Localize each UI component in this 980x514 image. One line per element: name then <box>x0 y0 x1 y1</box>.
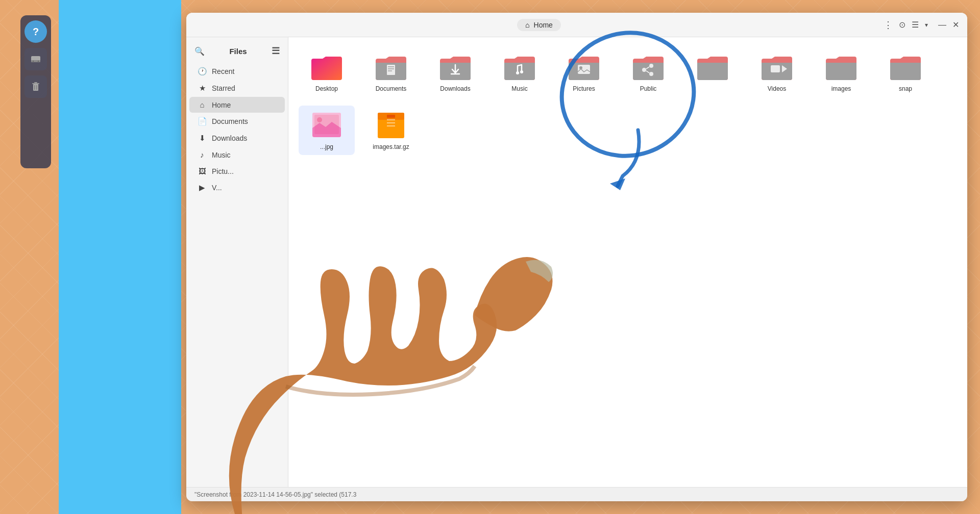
images-label: images <box>831 85 851 93</box>
file-item-snap[interactable]: snap <box>877 47 934 97</box>
svg-point-2 <box>33 61 34 62</box>
home-nav-icon: ⌂ <box>198 100 207 109</box>
location-text: Home <box>534 21 553 29</box>
videos-label: Videos <box>768 85 786 93</box>
snap-folder-icon <box>887 52 924 82</box>
camera-icon[interactable]: ⊙ <box>899 20 905 30</box>
templates-folder-icon <box>694 52 731 82</box>
file-item-downloads[interactable]: Downloads <box>427 47 483 97</box>
more-options-icon[interactable]: ⋮ <box>884 19 893 31</box>
svg-point-18 <box>642 68 646 72</box>
sidebar-item-music[interactable]: ♪ Music <box>189 147 285 163</box>
file-grid: Desktop <box>299 47 957 155</box>
file-item-images-tar[interactable]: images.tar.gz <box>363 106 419 156</box>
file-item-desktop[interactable]: Desktop <box>299 47 355 97</box>
videos-folder-icon <box>758 52 795 82</box>
sidebar-item-music-label: Music <box>212 151 231 159</box>
music-icon: ♪ <box>198 150 207 159</box>
location-bar[interactable]: ⌂ Home <box>517 19 561 31</box>
public-folder-icon <box>630 52 667 82</box>
screenshot-label: ...jpg <box>320 143 333 151</box>
file-item-music[interactable]: Music <box>492 47 548 97</box>
taskbar: ? <box>20 15 51 168</box>
svg-rect-6 <box>34 82 37 83</box>
images-folder-icon <box>823 52 860 82</box>
images-tar-label: images.tar.gz <box>373 143 409 151</box>
recent-icon: 🕐 <box>198 67 207 76</box>
svg-point-3 <box>38 61 39 62</box>
title-bar: ⌂ Home ⋮ ⊙ ☰ ▾ — ✕ <box>186 13 967 37</box>
sidebar-title: Files <box>205 47 272 56</box>
status-text: "Screenshot from 2023-11-14 14-56-05.jpg… <box>194 491 356 498</box>
sidebar: 🔍 Files ☰ 🕐 Recent ★ Starred ⌂ Home <box>186 37 288 487</box>
file-item-images[interactable]: images <box>813 47 869 97</box>
minimize-button[interactable]: — <box>938 20 946 30</box>
file-item-screenshot[interactable]: ...jpg <box>299 106 355 156</box>
sidebar-item-documents-label: Documents <box>212 117 248 125</box>
svg-rect-23 <box>771 65 780 72</box>
archive-file-icon <box>373 110 409 140</box>
snap-label: snap <box>899 85 912 93</box>
svg-rect-1 <box>31 60 40 62</box>
svg-point-15 <box>520 70 523 73</box>
sidebar-item-home-label: Home <box>212 101 231 109</box>
starred-icon: ★ <box>198 84 207 93</box>
sidebar-item-pictures[interactable]: 🖼 Pictu... <box>189 163 285 179</box>
sidebar-item-starred-label: Starred <box>212 84 235 92</box>
documents-label: Documents <box>376 85 407 93</box>
sidebar-item-videos[interactable]: ▶ V... <box>189 179 285 196</box>
sidebar-item-recent[interactable]: 🕐 Recent <box>189 63 285 80</box>
downloads-icon: ⬇ <box>198 134 207 143</box>
file-item-pictures[interactable]: Pictures <box>556 47 612 97</box>
file-area: Desktop <box>288 37 967 487</box>
pictures-label: Pictures <box>573 85 595 93</box>
sidebar-header: 🔍 Files ☰ <box>186 43 288 63</box>
screenshot-file-icon <box>308 110 345 140</box>
content-area: 🔍 Files ☰ 🕐 Recent ★ Starred ⌂ Home <box>186 37 967 487</box>
close-button[interactable]: ✕ <box>952 20 959 30</box>
pictures-folder-icon <box>566 52 602 82</box>
sidebar-item-pictures-label: Pictu... <box>212 167 234 175</box>
status-bar: "Screenshot from 2023-11-14 14-56-05.jpg… <box>186 487 967 501</box>
svg-rect-9 <box>387 65 395 75</box>
desktop-folder-icon <box>308 52 345 82</box>
question-button[interactable]: ? <box>24 20 47 43</box>
svg-point-19 <box>649 64 653 68</box>
svg-point-20 <box>649 72 653 76</box>
music-label: Music <box>511 85 527 93</box>
svg-point-27 <box>317 117 322 122</box>
sidebar-item-starred[interactable]: ★ Starred <box>189 80 285 96</box>
documents-folder-icon <box>373 52 409 82</box>
title-bar-right: ⋮ ⊙ ☰ ▾ — ✕ <box>884 19 959 31</box>
pictures-icon: 🖼 <box>198 167 207 175</box>
svg-point-14 <box>516 71 519 74</box>
view-toggle-icon[interactable]: ☰ <box>912 20 919 30</box>
file-item-public[interactable]: Public <box>620 47 676 97</box>
downloads-label: Downloads <box>440 85 470 93</box>
sidebar-item-videos-label: V... <box>212 184 222 192</box>
sidebar-item-downloads-label: Downloads <box>212 134 247 142</box>
sidebar-item-home[interactable]: ⌂ Home <box>189 97 285 113</box>
downloads-folder-icon <box>437 52 474 82</box>
file-manager-window: ⌂ Home ⋮ ⊙ ☰ ▾ — ✕ 🔍 Files ☰ <box>186 13 967 501</box>
sidebar-item-recent-label: Recent <box>212 67 234 75</box>
file-item-templates[interactable] <box>684 47 741 97</box>
home-icon: ⌂ <box>525 21 529 29</box>
trash-icon[interactable] <box>24 75 47 98</box>
sidebar-item-downloads[interactable]: ⬇ Downloads <box>189 130 285 146</box>
chevron-icon[interactable]: ▾ <box>925 21 928 29</box>
file-item-videos[interactable]: Videos <box>749 47 805 97</box>
sidebar-menu-icon[interactable]: ☰ <box>272 45 280 57</box>
svg-rect-5 <box>32 83 39 84</box>
svg-rect-30 <box>387 115 395 118</box>
sidebar-search-icon[interactable]: 🔍 <box>194 46 205 56</box>
desktop-label: Desktop <box>315 85 338 93</box>
svg-rect-4 <box>33 84 38 91</box>
sidebar-item-documents[interactable]: 📄 Documents <box>189 113 285 130</box>
file-item-documents[interactable]: Documents <box>363 47 419 97</box>
videos-icon: ▶ <box>198 183 207 192</box>
music-folder-icon <box>501 52 538 82</box>
documents-icon: 📄 <box>198 117 207 126</box>
drive-icon[interactable] <box>24 48 47 70</box>
public-label: Public <box>640 85 657 93</box>
